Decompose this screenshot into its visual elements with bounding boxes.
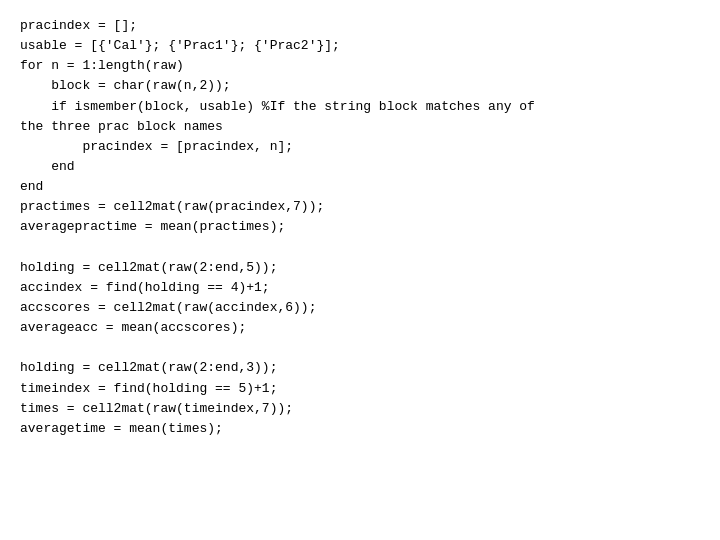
code-line: pracindex = []; (20, 16, 700, 36)
code-line: holding = cell2mat(raw(2:end,5)); (20, 258, 700, 278)
code-line: holding = cell2mat(raw(2:end,3)); (20, 358, 700, 378)
code-line: if ismember(block, usable) %If the strin… (20, 97, 700, 117)
code-line: pracindex = [pracindex, n]; (20, 137, 700, 157)
code-line: usable = [{'Cal'}; {'Prac1'}; {'Prac2'}]… (20, 36, 700, 56)
code-line: averagepractime = mean(practimes); (20, 217, 700, 237)
code-line: for n = 1:length(raw) (20, 56, 700, 76)
code-line: accscores = cell2mat(raw(accindex,6)); (20, 298, 700, 318)
code-block: pracindex = [];usable = [{'Cal'}; {'Prac… (20, 16, 700, 439)
code-line: end (20, 157, 700, 177)
empty-line (20, 238, 700, 258)
code-line: the three prac block names (20, 117, 700, 137)
code-line: accindex = find(holding == 4)+1; (20, 278, 700, 298)
code-container: pracindex = [];usable = [{'Cal'}; {'Prac… (0, 0, 720, 540)
code-line: practimes = cell2mat(raw(pracindex,7)); (20, 197, 700, 217)
empty-line (20, 338, 700, 358)
code-line: timeindex = find(holding == 5)+1; (20, 379, 700, 399)
code-line: block = char(raw(n,2)); (20, 76, 700, 96)
code-line: end (20, 177, 700, 197)
code-line: times = cell2mat(raw(timeindex,7)); (20, 399, 700, 419)
code-line: averageacc = mean(accscores); (20, 318, 700, 338)
code-line: averagetime = mean(times); (20, 419, 700, 439)
